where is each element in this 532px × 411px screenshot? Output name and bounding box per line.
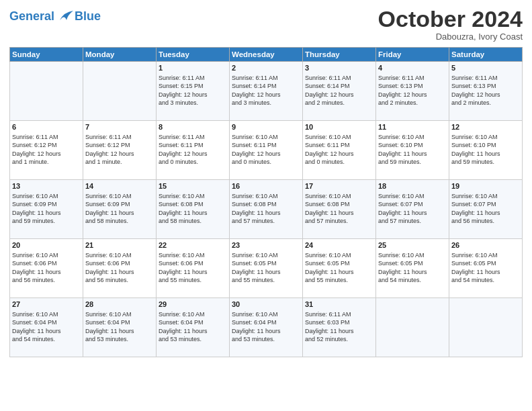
day-number: 12 [451, 122, 520, 132]
day-number: 14 [85, 181, 154, 191]
day-number: 29 [159, 300, 227, 310]
calendar-header-row: SundayMondayTuesdayWednesdayThursdayFrid… [10, 48, 523, 62]
calendar-cell: 13Sunrise: 6:10 AMSunset: 6:09 PMDayligh… [10, 180, 83, 239]
day-content: Sunrise: 6:10 AMSunset: 6:06 PMDaylight:… [85, 251, 154, 284]
day-content: Sunrise: 6:10 AMSunset: 6:05 PMDaylight:… [232, 251, 300, 284]
day-number: 25 [378, 240, 447, 250]
weekday-header: Friday [376, 48, 449, 62]
calendar-cell: 7Sunrise: 6:11 AMSunset: 6:12 PMDaylight… [83, 121, 157, 180]
day-content: Sunrise: 6:10 AMSunset: 6:04 PMDaylight:… [85, 310, 154, 343]
day-content: Sunrise: 6:11 AMSunset: 6:14 PMDaylight:… [232, 74, 300, 107]
day-content: Sunrise: 6:10 AMSunset: 6:07 PMDaylight:… [451, 192, 520, 225]
day-number: 18 [378, 181, 447, 191]
calendar-cell: 15Sunrise: 6:10 AMSunset: 6:08 PMDayligh… [157, 180, 230, 239]
day-content: Sunrise: 6:10 AMSunset: 6:09 PMDaylight:… [12, 192, 81, 225]
calendar-cell: 29Sunrise: 6:10 AMSunset: 6:04 PMDayligh… [157, 298, 230, 357]
logo: General Blue [9, 9, 101, 24]
calendar-cell: 11Sunrise: 6:10 AMSunset: 6:10 PMDayligh… [376, 121, 449, 180]
day-content: Sunrise: 6:10 AMSunset: 6:04 PMDaylight:… [12, 310, 81, 343]
weekday-header: Thursday [303, 48, 376, 62]
day-number: 22 [159, 240, 227, 250]
day-content: Sunrise: 6:11 AMSunset: 6:11 PMDaylight:… [159, 133, 227, 166]
weekday-header: Saturday [449, 48, 523, 62]
day-content: Sunrise: 6:10 AMSunset: 6:05 PMDaylight:… [305, 251, 373, 284]
weekday-header: Wednesday [230, 48, 303, 62]
calendar-cell: 27Sunrise: 6:10 AMSunset: 6:04 PMDayligh… [10, 298, 83, 357]
calendar-cell: 21Sunrise: 6:10 AMSunset: 6:06 PMDayligh… [83, 239, 157, 298]
calendar-cell: 9Sunrise: 6:10 AMSunset: 6:11 PMDaylight… [230, 121, 303, 180]
day-number: 1 [159, 63, 227, 73]
day-content: Sunrise: 6:10 AMSunset: 6:08 PMDaylight:… [232, 192, 300, 225]
day-number: 2 [232, 63, 300, 73]
day-content: Sunrise: 6:10 AMSunset: 6:06 PMDaylight:… [12, 251, 81, 284]
calendar-cell: 17Sunrise: 6:10 AMSunset: 6:08 PMDayligh… [303, 180, 376, 239]
day-number: 6 [12, 122, 81, 132]
day-content: Sunrise: 6:10 AMSunset: 6:04 PMDaylight:… [159, 310, 227, 343]
logo-bird-icon [58, 11, 73, 23]
logo-general: General [9, 9, 54, 23]
day-number: 24 [305, 240, 373, 250]
weekday-header: Monday [83, 48, 157, 62]
calendar-week-row: 6Sunrise: 6:11 AMSunset: 6:12 PMDaylight… [10, 121, 523, 180]
calendar-cell: 1Sunrise: 6:11 AMSunset: 6:15 PMDaylight… [157, 62, 230, 121]
calendar-cell: 4Sunrise: 6:11 AMSunset: 6:13 PMDaylight… [376, 62, 449, 121]
day-content: Sunrise: 6:10 AMSunset: 6:11 PMDaylight:… [232, 133, 300, 166]
calendar-cell [83, 62, 157, 121]
calendar-cell [376, 298, 449, 357]
day-content: Sunrise: 6:10 AMSunset: 6:05 PMDaylight:… [451, 251, 520, 284]
logo-text: General [9, 10, 73, 24]
calendar-week-row: 20Sunrise: 6:10 AMSunset: 6:06 PMDayligh… [10, 239, 523, 298]
calendar-table: SundayMondayTuesdayWednesdayThursdayFrid… [9, 47, 523, 357]
day-number: 7 [85, 122, 154, 132]
calendar-cell: 24Sunrise: 6:10 AMSunset: 6:05 PMDayligh… [303, 239, 376, 298]
calendar-cell: 8Sunrise: 6:11 AMSunset: 6:11 PMDaylight… [157, 121, 230, 180]
weekday-header: Tuesday [157, 48, 230, 62]
day-content: Sunrise: 6:11 AMSunset: 6:12 PMDaylight:… [85, 133, 154, 166]
day-number: 15 [159, 181, 227, 191]
page: General Blue October 2024 Dabouzra, Ivor… [0, 0, 532, 411]
day-content: Sunrise: 6:10 AMSunset: 6:08 PMDaylight:… [159, 192, 227, 225]
day-content: Sunrise: 6:10 AMSunset: 6:10 PMDaylight:… [451, 133, 520, 166]
day-content: Sunrise: 6:11 AMSunset: 6:13 PMDaylight:… [378, 74, 447, 107]
day-content: Sunrise: 6:10 AMSunset: 6:08 PMDaylight:… [305, 192, 373, 225]
calendar-cell: 2Sunrise: 6:11 AMSunset: 6:14 PMDaylight… [230, 62, 303, 121]
day-content: Sunrise: 6:11 AMSunset: 6:14 PMDaylight:… [305, 74, 373, 107]
day-number: 17 [305, 181, 373, 191]
day-number: 8 [159, 122, 227, 132]
day-number: 19 [451, 181, 520, 191]
location-subtitle: Dabouzra, Ivory Coast [378, 32, 523, 42]
day-number: 23 [232, 240, 300, 250]
calendar-cell: 28Sunrise: 6:10 AMSunset: 6:04 PMDayligh… [83, 298, 157, 357]
day-content: Sunrise: 6:10 AMSunset: 6:04 PMDaylight:… [232, 310, 300, 343]
calendar-cell [449, 298, 523, 357]
day-number: 5 [451, 63, 520, 73]
calendar-cell [10, 62, 83, 121]
calendar-cell: 6Sunrise: 6:11 AMSunset: 6:12 PMDaylight… [10, 121, 83, 180]
calendar-cell: 26Sunrise: 6:10 AMSunset: 6:05 PMDayligh… [449, 239, 523, 298]
day-number: 9 [232, 122, 300, 132]
day-number: 20 [12, 240, 81, 250]
calendar-cell: 3Sunrise: 6:11 AMSunset: 6:14 PMDaylight… [303, 62, 376, 121]
day-number: 27 [12, 300, 81, 310]
day-number: 10 [305, 122, 373, 132]
day-content: Sunrise: 6:10 AMSunset: 6:05 PMDaylight:… [378, 251, 447, 284]
calendar-week-row: 27Sunrise: 6:10 AMSunset: 6:04 PMDayligh… [10, 298, 523, 357]
calendar-week-row: 1Sunrise: 6:11 AMSunset: 6:15 PMDaylight… [10, 62, 523, 121]
header: General Blue October 2024 Dabouzra, Ivor… [9, 7, 523, 42]
day-number: 4 [378, 63, 447, 73]
day-content: Sunrise: 6:11 AMSunset: 6:15 PMDaylight:… [159, 74, 227, 107]
calendar-cell: 16Sunrise: 6:10 AMSunset: 6:08 PMDayligh… [230, 180, 303, 239]
day-content: Sunrise: 6:10 AMSunset: 6:07 PMDaylight:… [378, 192, 447, 225]
day-number: 31 [305, 300, 373, 310]
calendar-week-row: 13Sunrise: 6:10 AMSunset: 6:09 PMDayligh… [10, 180, 523, 239]
title-block: October 2024 Dabouzra, Ivory Coast [378, 7, 523, 42]
calendar-cell: 31Sunrise: 6:11 AMSunset: 6:03 PMDayligh… [303, 298, 376, 357]
calendar-cell: 23Sunrise: 6:10 AMSunset: 6:05 PMDayligh… [230, 239, 303, 298]
calendar-cell: 20Sunrise: 6:10 AMSunset: 6:06 PMDayligh… [10, 239, 83, 298]
calendar-cell: 22Sunrise: 6:10 AMSunset: 6:06 PMDayligh… [157, 239, 230, 298]
day-content: Sunrise: 6:11 AMSunset: 6:13 PMDaylight:… [451, 74, 520, 107]
day-number: 30 [232, 300, 300, 310]
calendar-cell: 18Sunrise: 6:10 AMSunset: 6:07 PMDayligh… [376, 180, 449, 239]
calendar-cell: 14Sunrise: 6:10 AMSunset: 6:09 PMDayligh… [83, 180, 157, 239]
day-content: Sunrise: 6:10 AMSunset: 6:10 PMDaylight:… [378, 133, 447, 166]
